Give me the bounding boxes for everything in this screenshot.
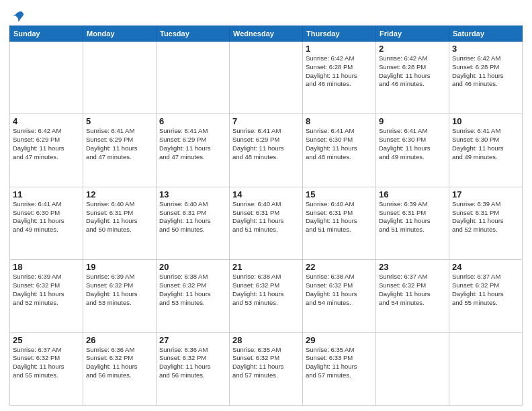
calendar-table: SundayMondayTuesdayWednesdayThursdayFrid… [9, 26, 523, 406]
cell-day-number: 25 [13, 335, 80, 345]
calendar-header-row: SundayMondayTuesdayWednesdayThursdayFrid… [10, 26, 523, 42]
calendar-cell: 21Sunrise: 6:38 AMSunset: 6:32 PMDayligh… [230, 260, 303, 332]
cell-day-number: 29 [306, 335, 373, 345]
week-row-5: 25Sunrise: 6:37 AMSunset: 6:32 PMDayligh… [10, 332, 523, 405]
cell-info: Sunrise: 6:38 AMSunset: 6:32 PMDaylight:… [159, 273, 226, 307]
calendar-cell [230, 42, 303, 114]
cell-info: Sunrise: 6:38 AMSunset: 6:32 PMDaylight:… [232, 273, 300, 307]
cell-info: Sunrise: 6:36 AMSunset: 6:32 PMDaylight:… [86, 346, 153, 380]
calendar-cell: 4Sunrise: 6:42 AMSunset: 6:29 PMDaylight… [10, 114, 83, 187]
cell-day-number: 10 [452, 116, 519, 126]
logo [9, 9, 26, 24]
calendar-cell: 12Sunrise: 6:40 AMSunset: 6:31 PMDayligh… [83, 187, 157, 259]
calendar-cell: 19Sunrise: 6:39 AMSunset: 6:32 PMDayligh… [83, 260, 157, 332]
calendar-cell: 5Sunrise: 6:41 AMSunset: 6:29 PMDaylight… [83, 114, 157, 187]
cell-day-number: 16 [379, 189, 446, 199]
calendar-cell [83, 42, 157, 114]
cell-day-number: 28 [232, 335, 300, 345]
calendar-cell [449, 332, 523, 405]
calendar-cell: 18Sunrise: 6:39 AMSunset: 6:32 PMDayligh… [10, 260, 83, 332]
cell-day-number: 26 [86, 335, 153, 345]
cell-day-number: 23 [379, 262, 446, 272]
calendar-cell: 6Sunrise: 6:41 AMSunset: 6:29 PMDaylight… [157, 114, 230, 187]
calendar-cell: 11Sunrise: 6:41 AMSunset: 6:30 PMDayligh… [10, 187, 83, 259]
calendar-cell: 1Sunrise: 6:42 AMSunset: 6:28 PMDaylight… [303, 42, 376, 114]
header [9, 7, 523, 24]
cell-info: Sunrise: 6:42 AMSunset: 6:28 PMDaylight:… [306, 54, 373, 89]
calendar-cell: 27Sunrise: 6:36 AMSunset: 6:32 PMDayligh… [157, 332, 230, 405]
cell-day-number: 22 [306, 262, 373, 272]
cell-info: Sunrise: 6:38 AMSunset: 6:32 PMDaylight:… [306, 273, 373, 307]
cell-day-number: 21 [232, 262, 300, 272]
calendar-cell: 8Sunrise: 6:41 AMSunset: 6:30 PMDaylight… [303, 114, 376, 187]
cell-day-number: 15 [306, 189, 373, 199]
calendar-cell [10, 42, 83, 114]
week-row-1: 1Sunrise: 6:42 AMSunset: 6:28 PMDaylight… [10, 42, 523, 114]
cell-day-number: 8 [306, 116, 373, 126]
cell-info: Sunrise: 6:35 AMSunset: 6:33 PMDaylight:… [306, 346, 373, 380]
calendar-cell [157, 42, 230, 114]
cell-day-number: 24 [452, 262, 519, 272]
cell-day-number: 20 [159, 262, 226, 272]
cell-day-number: 4 [13, 116, 80, 126]
cell-day-number: 7 [232, 116, 300, 126]
cell-info: Sunrise: 6:41 AMSunset: 6:30 PMDaylight:… [13, 200, 80, 234]
cell-day-number: 1 [306, 44, 373, 54]
cell-info: Sunrise: 6:42 AMSunset: 6:28 PMDaylight:… [379, 54, 446, 89]
col-header-friday: Friday [376, 26, 449, 42]
cell-day-number: 6 [159, 116, 226, 126]
cell-day-number: 18 [13, 262, 80, 272]
cell-info: Sunrise: 6:40 AMSunset: 6:31 PMDaylight:… [159, 200, 226, 234]
calendar-cell: 17Sunrise: 6:39 AMSunset: 6:31 PMDayligh… [449, 187, 523, 259]
col-header-thursday: Thursday [303, 26, 376, 42]
calendar-cell: 16Sunrise: 6:39 AMSunset: 6:31 PMDayligh… [376, 187, 449, 259]
cell-day-number: 2 [379, 44, 446, 54]
calendar-cell: 25Sunrise: 6:37 AMSunset: 6:32 PMDayligh… [10, 332, 83, 405]
cell-info: Sunrise: 6:37 AMSunset: 6:32 PMDaylight:… [13, 346, 80, 380]
col-header-monday: Monday [83, 26, 157, 42]
cell-info: Sunrise: 6:42 AMSunset: 6:29 PMDaylight:… [13, 127, 80, 161]
cell-info: Sunrise: 6:35 AMSunset: 6:32 PMDaylight:… [232, 346, 300, 380]
calendar-cell: 24Sunrise: 6:37 AMSunset: 6:32 PMDayligh… [449, 260, 523, 332]
calendar-cell: 20Sunrise: 6:38 AMSunset: 6:32 PMDayligh… [157, 260, 230, 332]
calendar-cell: 3Sunrise: 6:42 AMSunset: 6:28 PMDaylight… [449, 42, 523, 114]
cell-day-number: 27 [159, 335, 226, 345]
calendar-cell: 15Sunrise: 6:40 AMSunset: 6:31 PMDayligh… [303, 187, 376, 259]
col-header-wednesday: Wednesday [230, 26, 303, 42]
calendar-cell: 13Sunrise: 6:40 AMSunset: 6:31 PMDayligh… [157, 187, 230, 259]
calendar-cell: 9Sunrise: 6:41 AMSunset: 6:30 PMDaylight… [376, 114, 449, 187]
calendar-cell [376, 332, 449, 405]
cell-info: Sunrise: 6:40 AMSunset: 6:31 PMDaylight:… [306, 200, 373, 234]
col-header-sunday: Sunday [10, 26, 83, 42]
cell-day-number: 11 [13, 189, 80, 199]
calendar-cell: 14Sunrise: 6:40 AMSunset: 6:31 PMDayligh… [230, 187, 303, 259]
page: SundayMondayTuesdayWednesdayThursdayFrid… [0, 0, 532, 411]
cell-info: Sunrise: 6:41 AMSunset: 6:29 PMDaylight:… [86, 127, 153, 161]
cell-info: Sunrise: 6:42 AMSunset: 6:28 PMDaylight:… [452, 54, 519, 89]
cell-day-number: 13 [159, 189, 226, 199]
cell-day-number: 17 [452, 189, 519, 199]
calendar-cell: 22Sunrise: 6:38 AMSunset: 6:32 PMDayligh… [303, 260, 376, 332]
cell-info: Sunrise: 6:41 AMSunset: 6:29 PMDaylight:… [232, 127, 300, 161]
cell-info: Sunrise: 6:39 AMSunset: 6:31 PMDaylight:… [452, 200, 519, 234]
calendar-cell: 7Sunrise: 6:41 AMSunset: 6:29 PMDaylight… [230, 114, 303, 187]
cell-day-number: 9 [379, 116, 446, 126]
cell-info: Sunrise: 6:40 AMSunset: 6:31 PMDaylight:… [232, 200, 300, 234]
cell-info: Sunrise: 6:39 AMSunset: 6:31 PMDaylight:… [379, 200, 446, 234]
week-row-3: 11Sunrise: 6:41 AMSunset: 6:30 PMDayligh… [10, 187, 523, 259]
cell-day-number: 12 [86, 189, 153, 199]
cell-day-number: 3 [452, 44, 519, 54]
col-header-saturday: Saturday [449, 26, 523, 42]
calendar-cell: 10Sunrise: 6:41 AMSunset: 6:30 PMDayligh… [449, 114, 523, 187]
cell-info: Sunrise: 6:37 AMSunset: 6:32 PMDaylight:… [379, 273, 446, 307]
cell-info: Sunrise: 6:41 AMSunset: 6:30 PMDaylight:… [452, 127, 519, 161]
cell-day-number: 14 [232, 189, 300, 199]
calendar-cell: 2Sunrise: 6:42 AMSunset: 6:28 PMDaylight… [376, 42, 449, 114]
cell-info: Sunrise: 6:36 AMSunset: 6:32 PMDaylight:… [159, 346, 226, 380]
cell-info: Sunrise: 6:39 AMSunset: 6:32 PMDaylight:… [86, 273, 153, 307]
cell-info: Sunrise: 6:39 AMSunset: 6:32 PMDaylight:… [13, 273, 80, 307]
cell-day-number: 5 [86, 116, 153, 126]
cell-info: Sunrise: 6:37 AMSunset: 6:32 PMDaylight:… [452, 273, 519, 307]
calendar-cell: 26Sunrise: 6:36 AMSunset: 6:32 PMDayligh… [83, 332, 157, 405]
week-row-2: 4Sunrise: 6:42 AMSunset: 6:29 PMDaylight… [10, 114, 523, 187]
